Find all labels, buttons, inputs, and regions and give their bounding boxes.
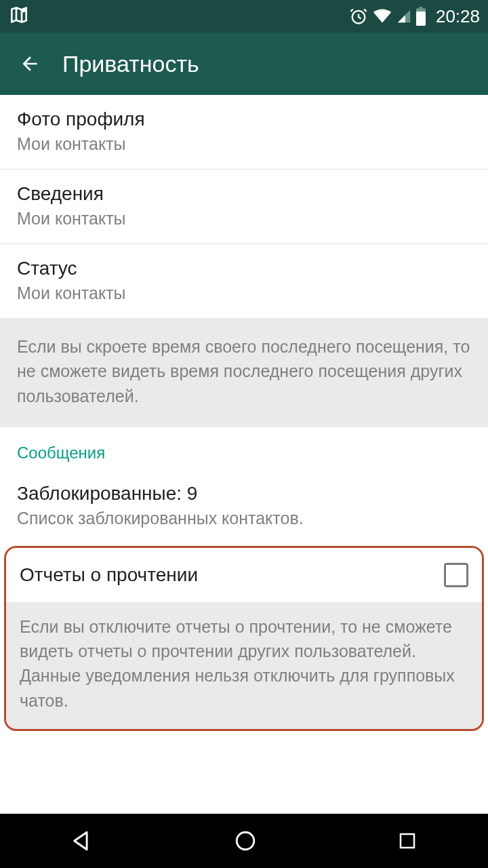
item-subtitle: Список заблокированных контактов. [17, 509, 471, 528]
item-title: Статус [17, 258, 471, 279]
app-bar: Приватность [0, 33, 488, 95]
back-button[interactable] [12, 46, 47, 81]
alarm-icon [349, 7, 368, 26]
signal-icon [396, 9, 411, 24]
nav-recent-button[interactable] [370, 820, 445, 862]
svg-point-5 [237, 832, 254, 850]
arrow-left-icon [19, 53, 41, 75]
nav-home-button[interactable] [207, 818, 284, 863]
svg-rect-6 [401, 834, 414, 848]
blocked-item[interactable]: Заблокированные: 9 Список заблокированны… [0, 469, 488, 543]
triangle-back-icon [70, 829, 94, 852]
nav-back-button[interactable] [43, 818, 121, 863]
svg-rect-4 [416, 12, 426, 26]
wifi-icon [372, 8, 392, 24]
section-messages-header: Сообщения [0, 427, 488, 469]
svg-rect-3 [420, 7, 423, 9]
about-item[interactable]: Сведения Мои контакты [0, 170, 488, 244]
item-title: Заблокированные: 9 [17, 483, 471, 505]
status-time: 20:28 [436, 6, 480, 27]
svg-point-0 [22, 8, 26, 12]
navigation-bar [0, 814, 488, 868]
page-title: Приватность [62, 51, 199, 77]
read-receipts-item[interactable]: Отчеты о прочтении [6, 548, 482, 602]
item-title: Сведения [17, 183, 471, 205]
profile-photo-item[interactable]: Фото профиля Мои контакты [0, 95, 488, 170]
item-subtitle: Мои контакты [17, 283, 471, 303]
maps-app-icon [8, 4, 30, 28]
read-receipts-checkbox[interactable] [444, 563, 468, 587]
settings-list: Фото профиля Мои контакты Сведения Мои к… [0, 95, 488, 731]
read-receipts-highlight: Отчеты о прочтении Если вы отключите отч… [4, 546, 484, 731]
square-recent-icon [397, 831, 418, 851]
battery-icon [415, 7, 426, 26]
item-subtitle: Мои контакты [17, 134, 471, 154]
status-bar: 20:28 [0, 0, 488, 33]
item-title: Фото профиля [17, 108, 471, 130]
read-receipts-info: Если вы отключите отчеты о прочтении, то… [6, 602, 482, 729]
last-seen-info: Если вы скроете время своего последнего … [0, 318, 488, 427]
read-receipts-label: Отчеты о прочтении [20, 564, 198, 586]
item-subtitle: Мои контакты [17, 209, 471, 229]
circle-home-icon [234, 829, 257, 852]
status-item[interactable]: Статус Мои контакты [0, 244, 488, 318]
